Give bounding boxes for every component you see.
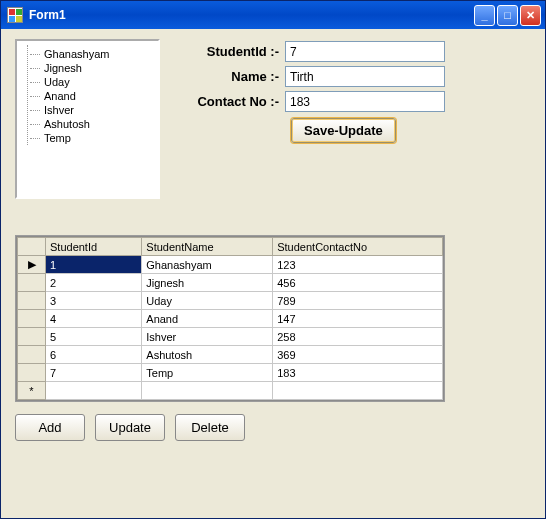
maximize-button[interactable]: □	[497, 5, 518, 26]
student-datagrid[interactable]: StudentId StudentName StudentContactNo ▶…	[17, 237, 443, 400]
contact-input[interactable]	[285, 91, 445, 112]
tree-node[interactable]: Jignesh	[28, 61, 156, 75]
row-header[interactable]	[18, 346, 46, 364]
close-button[interactable]: ✕	[520, 5, 541, 26]
add-button[interactable]: Add	[15, 414, 85, 441]
cell-studentid[interactable]: 2	[46, 274, 142, 292]
action-buttons: Add Update Delete	[15, 414, 531, 441]
cell-studentname[interactable]: Ishver	[142, 328, 273, 346]
table-row[interactable]: 7Temp183	[18, 364, 443, 382]
tree-node[interactable]: Ishver	[28, 103, 156, 117]
row-header[interactable]	[18, 274, 46, 292]
row-header[interactable]	[18, 364, 46, 382]
app-window: Form1 _ □ ✕ GhanashyamJigneshUdayAnandIs…	[0, 0, 546, 519]
client-area: GhanashyamJigneshUdayAnandIshverAshutosh…	[1, 29, 545, 518]
window-title: Form1	[29, 8, 468, 22]
row-header[interactable]: ▶	[18, 256, 46, 274]
table-row[interactable]: 5Ishver258	[18, 328, 443, 346]
tree-node[interactable]: Temp	[28, 131, 156, 145]
cell-studentid[interactable]: 4	[46, 310, 142, 328]
col-header-studentid[interactable]: StudentId	[46, 238, 142, 256]
cell-empty[interactable]	[46, 382, 142, 400]
cell-studentid[interactable]: 7	[46, 364, 142, 382]
row-header[interactable]	[18, 310, 46, 328]
top-panel: GhanashyamJigneshUdayAnandIshverAshutosh…	[15, 39, 531, 199]
contact-label: Contact No :-	[170, 94, 285, 109]
update-button[interactable]: Update	[95, 414, 165, 441]
table-row-new[interactable]: *	[18, 382, 443, 400]
row-header-new[interactable]: *	[18, 382, 46, 400]
cell-contact[interactable]: 183	[273, 364, 443, 382]
studentid-label: StudentId :-	[170, 44, 285, 59]
table-row[interactable]: ▶1Ghanashyam123	[18, 256, 443, 274]
cell-studentname[interactable]: Ghanashyam	[142, 256, 273, 274]
cell-studentname[interactable]: Temp	[142, 364, 273, 382]
cell-empty[interactable]	[273, 382, 443, 400]
table-row[interactable]: 6Ashutosh369	[18, 346, 443, 364]
datagrid-wrapper: StudentId StudentName StudentContactNo ▶…	[15, 235, 445, 402]
col-header-contact[interactable]: StudentContactNo	[273, 238, 443, 256]
minimize-button[interactable]: _	[474, 5, 495, 26]
delete-button[interactable]: Delete	[175, 414, 245, 441]
cell-contact[interactable]: 789	[273, 292, 443, 310]
titlebar[interactable]: Form1 _ □ ✕	[1, 1, 545, 29]
cell-studentid[interactable]: 6	[46, 346, 142, 364]
tree-node[interactable]: Anand	[28, 89, 156, 103]
name-label: Name :-	[170, 69, 285, 84]
table-row[interactable]: 3Uday789	[18, 292, 443, 310]
row-header[interactable]	[18, 328, 46, 346]
tree-node[interactable]: Ashutosh	[28, 117, 156, 131]
name-input[interactable]	[285, 66, 445, 87]
cell-studentname[interactable]: Uday	[142, 292, 273, 310]
table-row[interactable]: 4Anand147	[18, 310, 443, 328]
cell-studentid[interactable]: 5	[46, 328, 142, 346]
save-update-button[interactable]: Save-Update	[291, 118, 396, 143]
cell-studentname[interactable]: Ashutosh	[142, 346, 273, 364]
grid-corner[interactable]	[18, 238, 46, 256]
cell-contact[interactable]: 123	[273, 256, 443, 274]
cell-studentid[interactable]: 3	[46, 292, 142, 310]
app-icon	[7, 7, 23, 23]
cell-empty[interactable]	[142, 382, 273, 400]
form-panel: StudentId :- Name :- Contact No :- Save-…	[170, 39, 445, 199]
cell-studentname[interactable]: Anand	[142, 310, 273, 328]
table-row[interactable]: 2Jignesh456	[18, 274, 443, 292]
cell-contact[interactable]: 456	[273, 274, 443, 292]
row-header[interactable]	[18, 292, 46, 310]
cell-studentname[interactable]: Jignesh	[142, 274, 273, 292]
cell-contact[interactable]: 369	[273, 346, 443, 364]
studentid-input[interactable]	[285, 41, 445, 62]
cell-contact[interactable]: 147	[273, 310, 443, 328]
col-header-studentname[interactable]: StudentName	[142, 238, 273, 256]
tree-node[interactable]: Uday	[28, 75, 156, 89]
window-controls: _ □ ✕	[474, 5, 541, 26]
cell-studentid[interactable]: 1	[46, 256, 142, 274]
tree-node[interactable]: Ghanashyam	[28, 47, 156, 61]
student-treeview[interactable]: GhanashyamJigneshUdayAnandIshverAshutosh…	[15, 39, 160, 199]
cell-contact[interactable]: 258	[273, 328, 443, 346]
